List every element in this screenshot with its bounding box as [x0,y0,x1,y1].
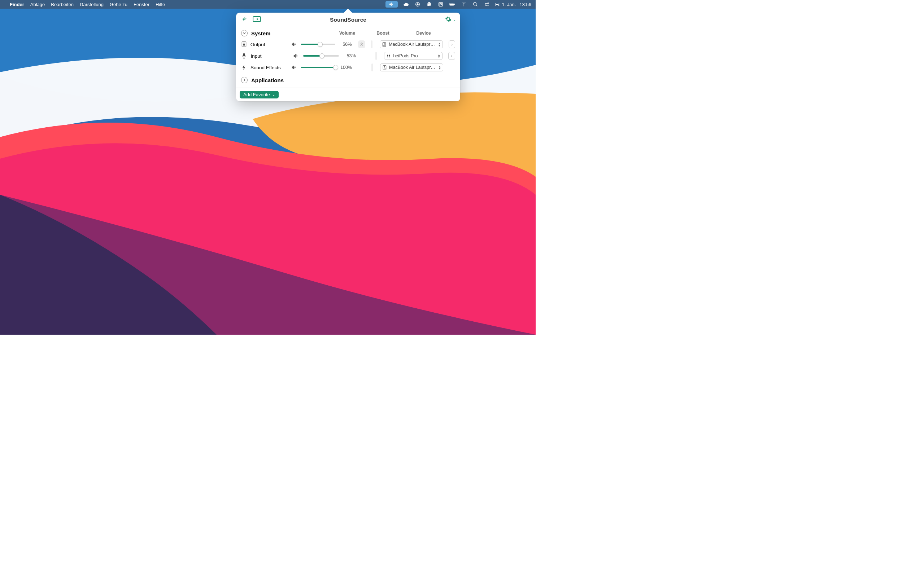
input-volume-value: 53% [342,53,356,58]
speaker-icon [383,65,387,70]
output-device-label: MacBook Air Lautsprec… [389,42,436,47]
svg-point-4 [430,3,430,4]
svg-point-22 [384,68,386,69]
menu-bearbeiten[interactable]: Bearbeiten [51,2,74,7]
output-row: Output 56% MacBook Air Lautsprec… ▴▾ [236,39,460,50]
effects-mute-button[interactable] [292,65,297,70]
output-volume-slider[interactable] [301,42,335,47]
input-mute-button[interactable] [294,53,300,58]
ghost-status-icon[interactable] [426,1,432,8]
system-collapse-toggle[interactable] [241,30,247,36]
circle-status-icon[interactable] [414,1,421,8]
popover-title: SoundSource [236,16,460,23]
settings-chevron-icon[interactable]: ⌄ [453,18,456,22]
effects-label: Sound Effects [250,65,288,70]
microphone-icon [241,53,247,59]
effects-device-label: MacBook Air Lautsprec… [389,65,437,70]
column-device-label: Device [392,31,455,36]
menubar-date: Fr. 1. Jan. [495,2,516,7]
output-device-select[interactable]: MacBook Air Lautsprec… ▴▾ [380,40,443,48]
effects-level-meter [372,63,373,71]
svg-point-3 [428,3,429,4]
antenna-status-icon[interactable] [460,1,467,8]
spotlight-icon[interactable] [472,1,478,8]
app-menu[interactable]: Finder [10,2,24,7]
output-level-meter [371,40,373,48]
output-expand-button[interactable]: › [449,40,455,48]
battery-status-icon[interactable] [449,1,456,8]
speaker-icon [241,42,247,47]
menubar-datetime[interactable]: Fr. 1. Jan. 13:56 [495,2,531,7]
soundsource-status-icon[interactable] [386,1,398,8]
effects-volume-value: 100% [339,65,352,70]
svg-rect-5 [439,3,443,6]
system-section-label: System [251,30,270,36]
input-volume-slider[interactable] [303,53,339,59]
svg-rect-7 [450,3,453,5]
menu-hilfe[interactable]: Hilfe [155,2,165,7]
effects-device-select[interactable]: MacBook Air Lautsprec… ▴▾ [380,63,443,71]
output-boost-button[interactable] [358,40,365,48]
menu-fenster[interactable]: Fenster [134,2,149,7]
svg-point-9 [473,3,476,5]
column-boost-label: Boost [374,31,392,36]
chevron-down-icon: ⌄ [272,93,275,97]
input-device-select[interactable]: heiPods Pro ▴▾ [384,52,443,60]
svg-rect-8 [454,3,454,5]
svg-rect-19 [243,53,245,56]
svg-point-14 [243,43,244,44]
updown-icon: ▴▾ [438,54,440,58]
output-mute-button[interactable] [292,42,297,47]
menu-darstellung[interactable]: Darstellung [80,2,103,7]
svg-point-17 [384,43,385,44]
svg-point-15 [243,44,245,46]
updown-icon: ▴▾ [439,42,440,47]
speaker-icon [382,42,386,47]
effects-row: Sound Effects 100% MacBook Air Lautsprec… [236,62,460,73]
menu-ablage[interactable]: Ablage [30,2,45,7]
applications-expand-toggle[interactable] [241,77,247,83]
app-status-icon[interactable] [438,1,444,8]
input-level-meter [375,52,377,60]
bolt-icon [241,64,247,70]
menu-gehe-zu[interactable]: Gehe zu [110,2,128,7]
menubar-time: 13:56 [519,2,531,7]
control-center-icon[interactable] [484,1,490,8]
svg-point-18 [384,44,385,46]
effects-volume-slider[interactable] [301,64,336,70]
svg-point-10 [487,3,488,4]
updown-icon: ▴▾ [439,65,441,69]
input-row: Input 53% heiPods Pro ▴▾ › [236,50,460,62]
soundsource-popover: SoundSource ⌄ System Volume Boost Device [236,13,460,102]
input-expand-button[interactable]: › [448,52,455,60]
menubar: Finder Ablage Bearbeiten Darstellung Geh… [0,0,536,9]
svg-point-21 [384,66,385,67]
airpods-icon [386,54,391,58]
applications-section-label: Applications [251,77,284,83]
float-window-icon[interactable] [253,16,261,24]
settings-button[interactable] [445,16,452,24]
add-favorite-button[interactable]: Add Favorite ⌄ [240,91,279,98]
column-volume-label: Volume [320,31,374,36]
add-favorite-label: Add Favorite [243,92,270,97]
input-label: Input [251,53,290,59]
output-volume-value: 56% [339,42,352,47]
cloud-status-icon[interactable] [403,1,409,8]
input-device-label: heiPods Pro [393,53,436,58]
output-label: Output [250,42,288,47]
pin-icon[interactable] [241,16,248,24]
svg-point-2 [417,3,418,5]
svg-point-11 [485,5,486,6]
